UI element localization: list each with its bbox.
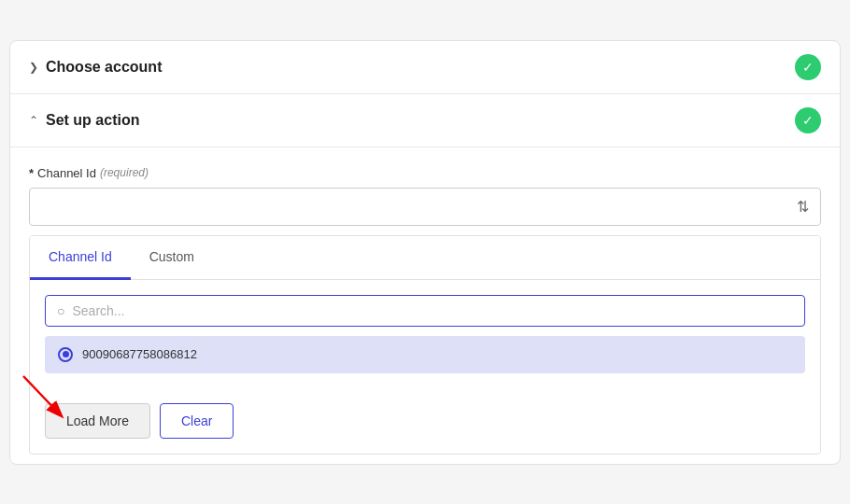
search-icon: ○ [57, 303, 64, 318]
required-text: (required) [100, 166, 149, 179]
select-arrows-icon: ⇅ [797, 198, 809, 216]
section-body: * Channel Id (required) ⇅ Channel Id Cus… [10, 147, 840, 464]
tab-custom[interactable]: Custom [131, 236, 213, 280]
channel-id-select[interactable]: ⇅ [29, 188, 821, 226]
choose-account-check-icon: ✓ [795, 54, 821, 80]
search-input[interactable] [72, 303, 793, 318]
radio-button[interactable] [58, 347, 73, 362]
channel-id-label: Channel Id [37, 166, 96, 180]
list-item-value: 90090687758086812 [82, 347, 197, 361]
required-star: * [29, 166, 34, 180]
search-box: ○ [45, 295, 805, 327]
set-up-action-title: Set up action [46, 112, 139, 129]
radio-inner [63, 351, 69, 357]
load-more-button[interactable]: Load More [45, 403, 150, 439]
set-up-action-header[interactable]: ⌃ Set up action ✓ [10, 94, 840, 147]
choose-account-title: Choose account [46, 59, 162, 76]
choose-account-header[interactable]: ❯ Choose account ✓ [10, 41, 840, 94]
tab-channel-id[interactable]: Channel Id [30, 236, 131, 280]
set-up-action-check-icon: ✓ [795, 107, 821, 133]
chevron-down-icon: ⌃ [29, 114, 38, 127]
tabs-container: Channel Id Custom ○ [29, 235, 821, 455]
action-buttons: Load More Clear [30, 388, 820, 454]
tab-content: ○ 90090687758086812 [30, 280, 820, 388]
chevron-right-icon: ❯ [29, 61, 38, 74]
field-label: * Channel Id (required) [29, 166, 821, 180]
clear-button[interactable]: Clear [160, 403, 234, 439]
tabs-header: Channel Id Custom [30, 236, 820, 280]
list-item[interactable]: 90090687758086812 [45, 336, 805, 373]
